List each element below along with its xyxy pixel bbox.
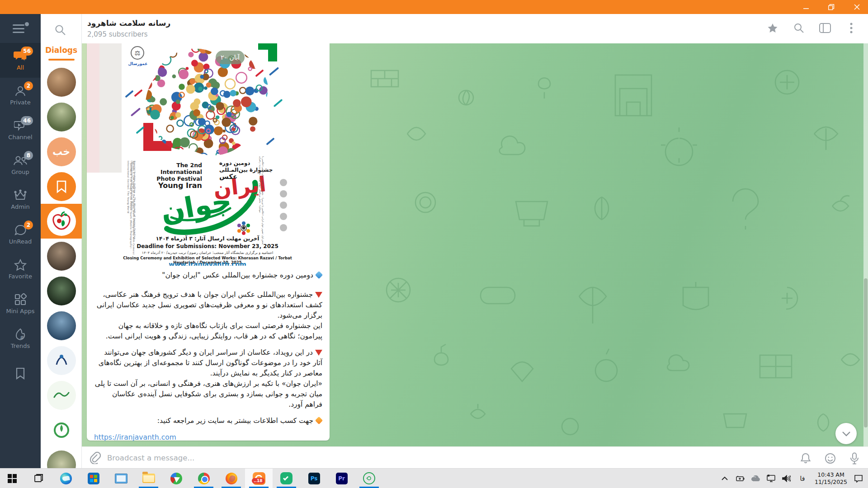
chevron-up-icon [722,476,728,480]
restore-button[interactable] [825,0,838,14]
red-triangle-emoji [315,350,322,356]
toggle-right-panel-button[interactable] [817,20,833,36]
task-view-button[interactable] [24,469,52,488]
chat-avatar-photo [47,103,76,131]
chat-list-item[interactable]: خب [41,134,82,169]
taskbar-app-idm[interactable] [162,469,190,488]
taskbar-app-premiere[interactable]: Pr [328,469,355,488]
action-center-button[interactable] [851,469,866,488]
chat-list-item[interactable] [41,99,82,134]
close-button[interactable] [850,0,863,14]
nav-label: Group [11,169,29,175]
microsoft-store-icon [88,473,99,484]
taskbar-app-chrome[interactable] [190,469,217,488]
taskbar-app-todo[interactable] [273,469,300,488]
start-button[interactable] [0,469,24,488]
channel-message: ⚖ عمورسال [87,43,330,441]
chat-list-item-selected[interactable] [41,204,82,239]
message-text: دومین دوره جشنواره بین‌المللی عکس "ایران… [87,266,330,443]
chat-list: خب [41,65,82,482]
chat-list-item[interactable] [41,65,82,99]
dialogs-search-button[interactable] [54,24,66,36]
nav-item-private[interactable]: 2 Private [0,78,41,113]
favorite-star-button[interactable] [765,20,780,36]
taskbar-app-file-explorer[interactable] [135,469,162,488]
nav-label: Mini Apps [6,308,35,314]
close-icon [854,4,860,10]
green-circle-logo [52,421,71,439]
nav-item-trends[interactable]: # Trends [0,321,41,356]
tray-language-indicator[interactable]: فا [794,475,811,482]
edge-icon [60,473,72,484]
unread-count-badge: 2 [24,81,33,90]
taskbar-app-whatsapp[interactable] [355,469,383,488]
chat-list-item[interactable] [41,343,82,378]
chat-history-area[interactable]: ⚖ عمورسال [82,43,868,446]
tray-network[interactable] [763,469,778,488]
scrollbar-thumb[interactable] [864,278,868,427]
chat-header[interactable]: رسانه سلامت شاهرود 2,095 subscribers [82,14,868,43]
tray-date: 11/15/2025 [811,479,851,486]
taskbar-app-edge[interactable] [52,469,80,488]
chat-main: رسانه سلامت شاهرود 2,095 subscribers [82,14,868,468]
broadcast-message-input[interactable] [107,450,785,465]
firefox-icon [226,473,237,484]
unread-count-badge: 46 [21,116,33,125]
taskbar-app-system[interactable] [107,469,135,488]
orange-diamond-emoji [315,417,323,424]
saved-messages-shortcut[interactable] [0,362,41,385]
tray-volume[interactable] [778,469,794,488]
mini-apps-grid-icon [14,293,27,306]
festival-poster: ⚖ عمورسال [122,43,293,266]
taskbar-app-eitaa-active[interactable]: ..18 [245,469,273,488]
nav-item-unread[interactable]: 2 UnRead [0,217,41,252]
minimize-button[interactable] [799,0,813,14]
voice-record-button[interactable] [847,451,862,465]
chat-list-item-saved[interactable] [41,169,82,204]
message-link[interactable]: https://iranjavanth.com [94,432,322,443]
nav-item-all[interactable]: 56 All [0,43,41,78]
tray-clock[interactable]: 10:43 AM 11/15/2025 [811,471,851,486]
system-tray: فا 10:43 AM 11/15/2025 [717,469,868,488]
nav-item-mini-apps[interactable]: Mini Apps [0,286,41,321]
tray-battery[interactable] [732,469,748,488]
more-options-button[interactable] [844,20,859,36]
restore-icon [828,4,835,10]
main-menu-button[interactable] [13,22,28,36]
tray-onedrive[interactable] [748,469,763,488]
channel-avatar-apple-logo [47,207,76,236]
nav-label: Channel [8,134,32,141]
nav-label: Trends [11,343,30,349]
nav-item-admin[interactable]: Admin [0,182,41,217]
chat-scrollbar[interactable] [863,43,868,446]
green-script-logo [53,390,70,401]
chat-list-item[interactable] [41,378,82,413]
chat-list-item[interactable] [41,308,82,343]
nav-item-channel[interactable]: 46 Channel [0,113,41,147]
idm-icon [170,473,182,484]
emoji-button[interactable] [823,451,837,465]
channel-title: رسانه سلامت شاهرود [87,19,170,28]
attach-file-button[interactable] [88,451,102,465]
taskbar-app-firefox[interactable] [217,469,245,488]
window-titlebar[interactable] [0,0,868,14]
dialogs-tab[interactable]: Dialogs [41,46,82,55]
chat-list-item[interactable] [41,413,82,447]
silent-broadcast-button[interactable] [798,451,813,465]
scroll-to-bottom-button[interactable] [835,423,857,444]
taskbar-app-store[interactable] [80,469,107,488]
logo-mark [54,353,69,368]
taskbar-app-photoshop[interactable]: Ps [300,469,328,488]
message-photo[interactable]: ⚖ عمورسال [87,43,330,266]
dialogs-tab-indicator [48,59,75,61]
tray-expand-button[interactable] [717,469,732,488]
chat-search-button[interactable] [791,20,807,36]
nav-label: Favorite [9,273,32,280]
bookmark-icon [15,367,25,380]
chat-list-item[interactable] [41,239,82,273]
message-paragraph: در این رویداد، عکاسان از سراسر ایران و د… [94,347,322,379]
chat-list-item[interactable] [41,273,82,308]
nav-item-group[interactable]: 8 Group [0,147,41,182]
bookmark-icon [56,180,67,193]
nav-item-favorite[interactable]: Favorite [0,252,41,286]
